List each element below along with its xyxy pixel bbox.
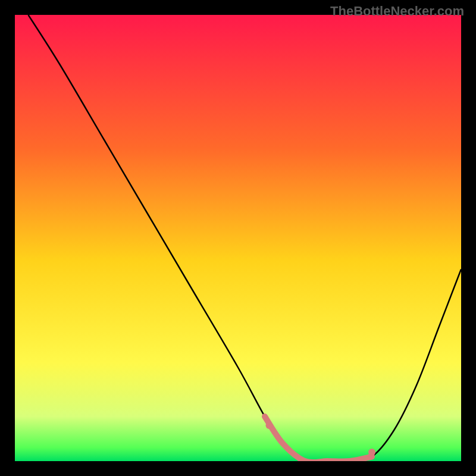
chart-canvas <box>15 15 461 461</box>
highlight-dot <box>266 422 273 429</box>
bottleneck-chart <box>15 15 461 461</box>
highlight-dot <box>368 449 375 456</box>
watermark-text: TheBottleNecker.com <box>330 4 464 19</box>
gradient-background <box>15 15 461 461</box>
